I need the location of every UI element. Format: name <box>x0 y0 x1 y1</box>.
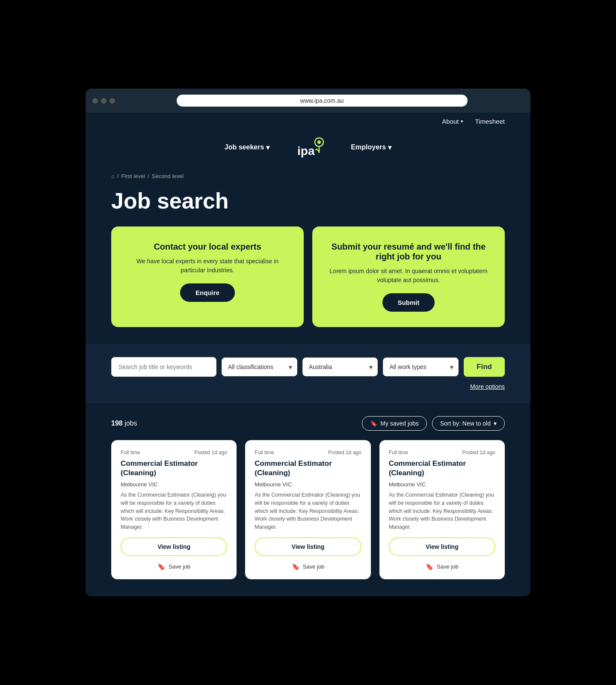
job-title: Commercial Estimator (Cleaning) <box>255 459 361 478</box>
location-select[interactable]: Australia ACT NSW NT QLD SA TAS VIC WA <box>302 357 378 376</box>
job-description: As the Commercial Estimator (Cleaning) y… <box>255 491 361 531</box>
logo[interactable]: ipa <box>295 134 325 160</box>
job-card-meta: Full time Posted 1d ago <box>121 450 227 456</box>
svg-text:ipa: ipa <box>297 144 315 158</box>
view-listing-button[interactable]: View listing <box>121 537 227 556</box>
promo-card-contact-body: We have local experts in every state tha… <box>125 257 290 275</box>
job-card-meta: Full time Posted 1d ago <box>389 450 495 456</box>
work-type-select-wrapper: All work types Full time Part time Contr… <box>383 357 459 376</box>
employers-label: Employers <box>351 143 386 151</box>
promo-card-contact-heading: Contact your local experts <box>154 242 261 252</box>
promo-card-submit-heading: Submit your resumé and we'll find the ri… <box>326 242 491 262</box>
job-posted: Posted 1d ago <box>194 450 227 456</box>
enquire-button[interactable]: Enquire <box>180 283 235 302</box>
saved-jobs-label: My saved jobs <box>380 420 418 427</box>
save-bookmark-icon: 🔖 <box>157 563 166 571</box>
sort-label: Sort by: New to old <box>440 420 491 427</box>
job-posted: Posted 1d ago <box>462 450 495 456</box>
logo-svg: ipa <box>295 134 325 160</box>
address-bar[interactable]: www.ipa.com.au <box>177 95 468 107</box>
promo-section: Contact your local experts We have local… <box>86 226 530 344</box>
save-bookmark-icon: 🔖 <box>426 563 434 571</box>
job-work-type: Full time <box>121 450 140 456</box>
save-job-link[interactable]: 🔖 Save job <box>255 560 361 572</box>
breadcrumb-level1[interactable]: First level <box>121 173 145 179</box>
view-listing-button[interactable]: View listing <box>255 537 361 556</box>
job-count-number: 198 <box>111 420 123 427</box>
bookmark-icon: 🔖 <box>370 420 377 427</box>
save-job-link[interactable]: 🔖 Save job <box>121 560 227 572</box>
dot-yellow <box>101 98 107 104</box>
breadcrumb: ⌂ / First level / Second level <box>86 169 530 184</box>
listings-section: 198 jobs 🔖 My saved jobs Sort by: New to… <box>86 403 530 596</box>
job-card: Full time Posted 1d ago Commercial Estim… <box>245 440 370 579</box>
view-listing-button[interactable]: View listing <box>389 537 495 556</box>
more-options-row: More options <box>111 383 505 390</box>
job-card: Full time Posted 1d ago Commercial Estim… <box>111 440 237 579</box>
promo-card-contact: Contact your local experts We have local… <box>111 226 304 327</box>
job-description: As the Commercial Estimator (Cleaning) y… <box>389 491 495 531</box>
job-card: Full time Posted 1d ago Commercial Estim… <box>379 440 505 579</box>
job-seekers-chevron-icon: ▾ <box>266 143 270 152</box>
sort-chevron-icon: ▾ <box>494 420 497 427</box>
search-section: All classifications Accounting Administr… <box>86 344 530 403</box>
job-location: Melbourne VIC <box>389 481 495 488</box>
job-work-type: Full time <box>255 450 274 456</box>
job-seekers-nav[interactable]: Job seekers ▾ <box>225 143 270 152</box>
top-nav: About ▾ Timesheet <box>86 113 530 130</box>
dot-red <box>92 98 98 104</box>
sort-button[interactable]: Sort by: New to old ▾ <box>432 416 505 431</box>
listings-actions: 🔖 My saved jobs Sort by: New to old ▾ <box>362 416 505 431</box>
browser-window: www.ipa.com.au About ▾ Timesheet Job see… <box>86 89 530 596</box>
job-card-meta: Full time Posted 1d ago <box>255 450 361 456</box>
timesheet-nav-link[interactable]: Timesheet <box>475 118 505 125</box>
about-label: About <box>442 118 459 125</box>
promo-card-submit-body: Lorem ipsum dolor sit amet. In quaerat o… <box>326 267 491 285</box>
breadcrumb-sep-1: / <box>117 173 119 179</box>
job-location: Melbourne VIC <box>255 481 361 488</box>
page-title: Job search <box>86 184 530 226</box>
promo-card-submit: Submit your resumé and we'll find the ri… <box>312 226 505 327</box>
save-bookmark-icon: 🔖 <box>292 563 300 571</box>
save-job-label: Save job <box>303 563 325 570</box>
job-cards: Full time Posted 1d ago Commercial Estim… <box>111 440 505 579</box>
submit-button[interactable]: Submit <box>382 293 435 312</box>
work-type-select[interactable]: All work types Full time Part time Contr… <box>383 357 459 376</box>
job-description: As the Commercial Estimator (Cleaning) y… <box>121 491 227 531</box>
job-seekers-label: Job seekers <box>225 143 264 151</box>
main-nav: Job seekers ▾ ipa Employers ▾ <box>86 130 530 169</box>
job-posted: Posted 1d ago <box>328 450 361 456</box>
job-count: 198 jobs <box>111 420 137 427</box>
dot-green <box>110 98 115 104</box>
employers-chevron-icon: ▾ <box>388 143 391 152</box>
find-button[interactable]: Find <box>464 357 505 377</box>
search-row: All classifications Accounting Administr… <box>111 357 505 377</box>
job-count-suffix: jobs <box>124 420 137 427</box>
job-location: Melbourne VIC <box>121 481 227 488</box>
breadcrumb-level2: Second level <box>152 173 184 179</box>
browser-chrome: www.ipa.com.au <box>86 89 530 113</box>
save-job-label: Save job <box>169 563 190 570</box>
job-title: Commercial Estimator (Cleaning) <box>121 459 227 478</box>
home-icon[interactable]: ⌂ <box>111 173 115 179</box>
svg-point-2 <box>317 140 321 144</box>
save-job-label: Save job <box>437 563 459 570</box>
classification-select[interactable]: All classifications Accounting Administr… <box>222 357 297 376</box>
classification-select-wrapper: All classifications Accounting Administr… <box>222 357 297 376</box>
timesheet-label: Timesheet <box>475 118 505 125</box>
listings-header: 198 jobs 🔖 My saved jobs Sort by: New to… <box>111 416 505 431</box>
job-work-type: Full time <box>389 450 408 456</box>
search-input[interactable] <box>111 357 216 377</box>
about-chevron-icon: ▾ <box>461 119 463 124</box>
save-job-link[interactable]: 🔖 Save job <box>389 560 495 572</box>
location-select-wrapper: Australia ACT NSW NT QLD SA TAS VIC WA ▾ <box>302 357 378 376</box>
breadcrumb-sep-2: / <box>148 173 149 179</box>
more-options-link[interactable]: More options <box>470 383 505 390</box>
employers-nav[interactable]: Employers ▾ <box>351 143 391 152</box>
saved-jobs-button[interactable]: 🔖 My saved jobs <box>362 416 426 431</box>
about-nav-link[interactable]: About ▾ <box>442 118 463 125</box>
browser-dots <box>92 98 115 104</box>
job-title: Commercial Estimator (Cleaning) <box>389 459 495 478</box>
